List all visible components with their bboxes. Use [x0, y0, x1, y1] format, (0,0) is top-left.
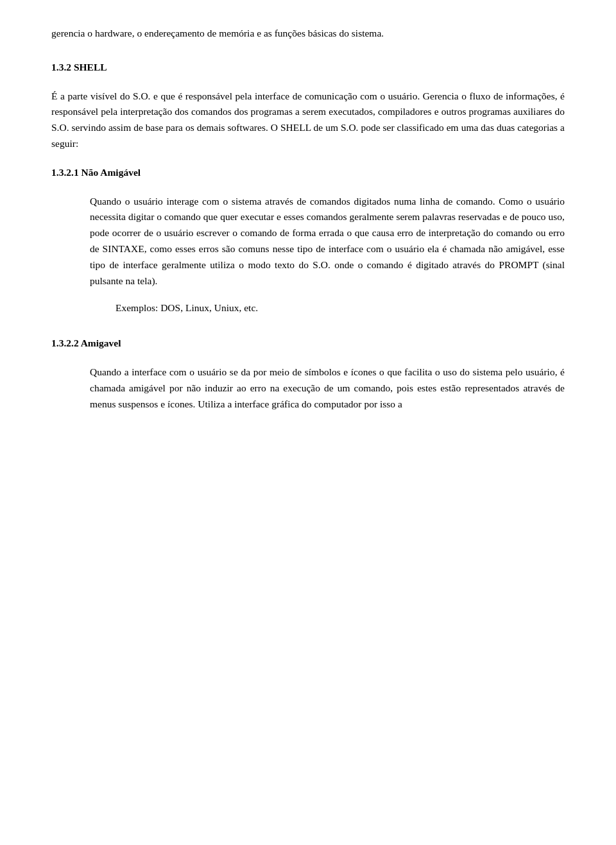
section-1321-examples: Exemplos: DOS, Linux, Uniux, etc. [116, 300, 565, 316]
intro-paragraph: gerencia o hardware, o endereçamento de … [51, 26, 565, 42]
section-1322-heading: 1.3.2.2 Amigavel [51, 336, 565, 352]
section-1321-body: Quando o usuário interage com o sistema … [90, 194, 565, 289]
section-1321-heading: 1.3.2.1 Não Amigável [51, 165, 565, 181]
section-132-heading: 1.3.2 SHELL [51, 60, 565, 76]
document-content: gerencia o hardware, o endereçamento de … [51, 26, 565, 412]
section-132-body: É a parte visível do S.O. e que é respon… [51, 89, 565, 152]
section-1322-body: Quando a interface com o usuário se da p… [90, 364, 565, 412]
